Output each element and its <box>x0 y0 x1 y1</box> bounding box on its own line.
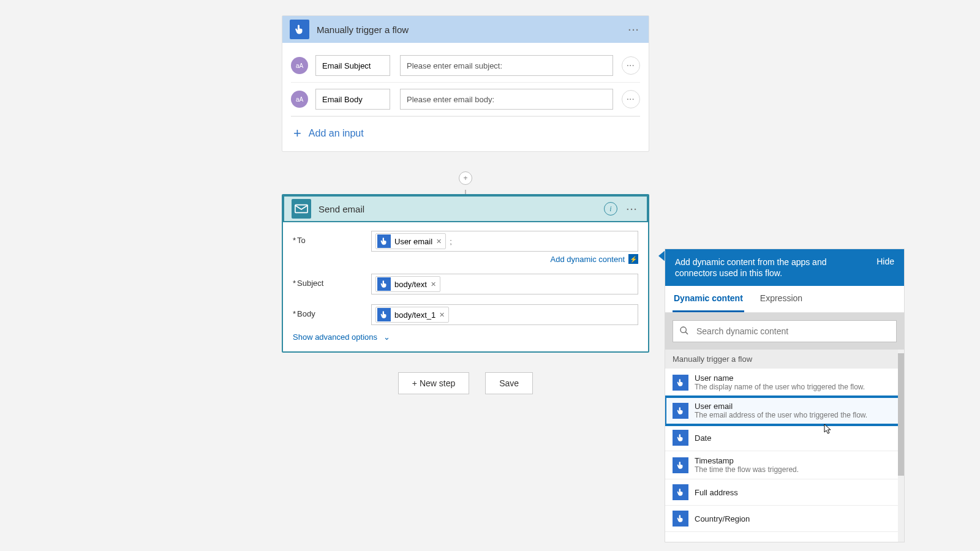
dyn-item-date[interactable]: Date <box>665 425 904 451</box>
flow-icon <box>377 234 391 248</box>
flow-icon <box>673 403 688 419</box>
flyout-search[interactable] <box>673 320 897 342</box>
trigger-input-options[interactable]: ··· <box>622 56 640 75</box>
trigger-input-row: aA Email Body Please enter email body: ·… <box>291 83 640 116</box>
flow-icon <box>377 308 391 321</box>
show-advanced-link[interactable]: Show advanced options ⌄ <box>293 330 638 345</box>
plus-icon: + <box>293 127 301 140</box>
trigger-card: Manually trigger a flow ··· aA Email Sub… <box>282 15 649 152</box>
field-body: *Body body/text_1 ✕ <box>293 299 638 330</box>
text-type-badge: aA <box>291 57 308 74</box>
dyn-item-title: User email <box>695 402 897 411</box>
new-step-button[interactable]: + New step <box>398 372 469 394</box>
insert-step-button[interactable]: + <box>459 171 472 185</box>
action-menu-button[interactable]: ··· <box>625 201 639 216</box>
dyn-item-user-name[interactable]: User name The display name of the user w… <box>665 369 904 397</box>
dyn-item-country-region[interactable]: Country/Region <box>665 506 904 532</box>
token-label: body/text_1 <box>394 310 435 320</box>
token-user-email[interactable]: User email ✕ <box>375 233 446 249</box>
dyn-item-title: Date <box>695 433 897 443</box>
dyn-item-timestamp[interactable]: Timestamp The time the flow was triggere… <box>665 451 904 479</box>
token-label: User email <box>394 237 432 246</box>
trigger-input-row: aA Email Subject Please enter email subj… <box>291 49 640 83</box>
dyn-item-user-email[interactable]: User email The email address of the user… <box>665 397 904 425</box>
trigger-input-prompt[interactable]: Please enter email subject: <box>400 55 613 76</box>
flyout-search-wrap <box>665 313 904 350</box>
trigger-header[interactable]: Manually trigger a flow ··· <box>282 16 649 43</box>
search-icon <box>679 326 689 337</box>
trigger-input-name[interactable]: Email Body <box>315 89 390 110</box>
text-type-badge: aA <box>291 91 308 108</box>
bottom-actions: + New step Save <box>282 372 649 394</box>
chevron-down-icon: ⌄ <box>383 332 390 342</box>
mail-icon <box>292 199 311 219</box>
token-body-text-1[interactable]: body/text_1 ✕ <box>375 307 449 323</box>
dynamic-content-icon: ⚡ <box>628 254 638 264</box>
flyout-tabs: Dynamic content Expression <box>665 286 904 313</box>
dyn-item-desc: The email address of the user who trigge… <box>695 411 897 419</box>
flow-icon <box>673 430 688 446</box>
dyn-item-title: User name <box>695 373 897 383</box>
add-input-button[interactable]: + Add an input <box>291 117 640 151</box>
save-button[interactable]: Save <box>485 372 533 394</box>
dyn-item-desc: The display name of the user who trigger… <box>695 383 897 391</box>
body-input[interactable]: body/text_1 ✕ <box>371 304 638 325</box>
action-card: Send email i ··· *To User email ✕ <box>282 194 649 353</box>
flow-icon <box>673 457 688 473</box>
subject-input[interactable]: body/text ✕ <box>371 274 638 294</box>
action-header[interactable]: Send email i ··· <box>283 195 648 222</box>
add-input-label: Add an input <box>309 128 364 139</box>
dyn-item-full-address[interactable]: Full address <box>665 479 904 506</box>
add-dynamic-content-link[interactable]: Add dynamic content ⚡ <box>371 252 638 264</box>
info-icon[interactable]: i <box>604 202 617 216</box>
to-input[interactable]: User email ✕ ; <box>371 231 638 252</box>
flyout-list[interactable]: Manually trigger a flow User name The di… <box>665 350 904 542</box>
token-body-text[interactable]: body/text ✕ <box>375 276 440 292</box>
flyout-scrollbar[interactable] <box>898 350 904 542</box>
field-subject: *Subject body/text ✕ <box>293 269 638 299</box>
trigger-menu-button[interactable]: ··· <box>627 22 641 37</box>
dynamic-content-flyout: Add dynamic content from the apps and co… <box>665 249 905 542</box>
flyout-message: Add dynamic content from the apps and co… <box>675 257 869 279</box>
flow-icon <box>377 277 391 291</box>
token-remove[interactable]: ✕ <box>431 280 436 288</box>
field-to: *To User email ✕ ; Add dynamic co <box>293 226 638 269</box>
trigger-title: Manually trigger a flow <box>317 24 627 35</box>
flow-icon <box>673 511 688 527</box>
flyout-header: Add dynamic content from the apps and co… <box>665 249 904 286</box>
search-input[interactable] <box>696 326 890 336</box>
token-label: body/text <box>394 280 427 289</box>
flyout-group-header: Manually trigger a flow <box>665 350 904 369</box>
flyout-hide-button[interactable]: Hide <box>869 257 894 279</box>
touch-icon <box>290 20 309 39</box>
svg-point-1 <box>680 327 686 332</box>
field-label-to: *To <box>293 231 371 245</box>
field-label-subject: *Subject <box>293 274 371 288</box>
dyn-item-title: Timestamp <box>695 456 897 465</box>
svg-line-2 <box>685 332 688 334</box>
dyn-item-title: Country/Region <box>695 514 897 523</box>
trigger-input-options[interactable]: ··· <box>622 90 640 108</box>
tab-expression[interactable]: Expression <box>759 286 804 312</box>
action-title: Send email <box>318 204 604 214</box>
field-label-body: *Body <box>293 304 371 318</box>
flow-icon <box>673 375 688 391</box>
to-text: ; <box>450 237 452 246</box>
token-remove[interactable]: ✕ <box>439 311 445 319</box>
dyn-item-title: Full address <box>695 488 897 497</box>
flow-icon <box>673 484 688 500</box>
token-remove[interactable]: ✕ <box>436 238 442 246</box>
scrollbar-thumb[interactable] <box>898 353 904 476</box>
dyn-item-desc: The time the flow was triggered. <box>695 465 897 474</box>
trigger-input-prompt[interactable]: Please enter email body: <box>400 89 613 110</box>
trigger-input-name[interactable]: Email Subject <box>315 55 390 76</box>
tab-dynamic-content[interactable]: Dynamic content <box>673 286 744 312</box>
